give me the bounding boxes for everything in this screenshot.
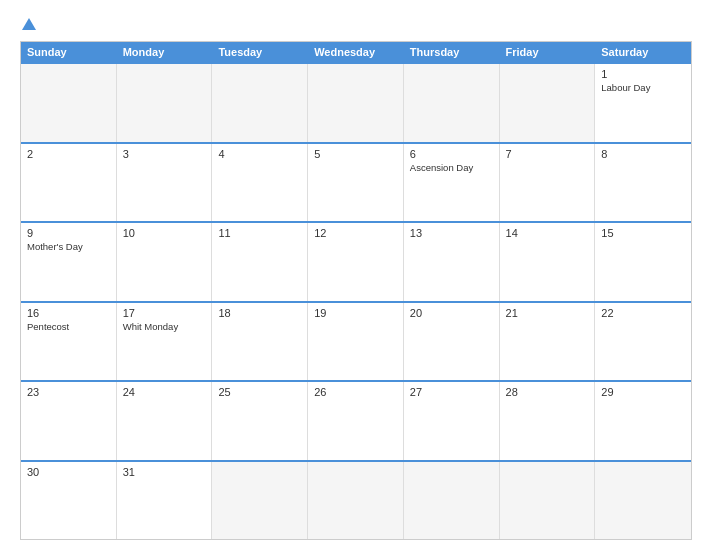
day-number: 11: [218, 227, 301, 239]
cal-cell: 3: [117, 144, 213, 222]
day-number: 7: [506, 148, 589, 160]
day-number: 17: [123, 307, 206, 319]
cal-cell: [21, 64, 117, 142]
cal-cell: 22: [595, 303, 691, 381]
cal-header-saturday: Saturday: [595, 42, 691, 62]
day-number: 3: [123, 148, 206, 160]
day-number: 13: [410, 227, 493, 239]
page: SundayMondayTuesdayWednesdayThursdayFrid…: [0, 0, 712, 550]
cal-header-sunday: Sunday: [21, 42, 117, 62]
cal-cell: 30: [21, 462, 117, 540]
day-number: 25: [218, 386, 301, 398]
day-event: Ascension Day: [410, 162, 493, 174]
day-number: 30: [27, 466, 110, 478]
cal-cell: 7: [500, 144, 596, 222]
day-number: 5: [314, 148, 397, 160]
cal-cell: 21: [500, 303, 596, 381]
cal-week-3: 16Pentecost17Whit Monday1819202122: [21, 301, 691, 381]
cal-header-monday: Monday: [117, 42, 213, 62]
day-number: 16: [27, 307, 110, 319]
cal-cell: [117, 64, 213, 142]
cal-week-4: 23242526272829: [21, 380, 691, 460]
cal-cell: 1Labour Day: [595, 64, 691, 142]
cal-week-2: 9Mother's Day101112131415: [21, 221, 691, 301]
calendar-body: 1Labour Day23456Ascension Day789Mother's…: [21, 62, 691, 539]
cal-cell: 29: [595, 382, 691, 460]
day-number: 29: [601, 386, 685, 398]
cal-week-5: 3031: [21, 460, 691, 540]
cal-cell: 15: [595, 223, 691, 301]
day-number: 9: [27, 227, 110, 239]
day-number: 10: [123, 227, 206, 239]
cal-cell: [404, 462, 500, 540]
cal-cell: [308, 462, 404, 540]
cal-cell: 16Pentecost: [21, 303, 117, 381]
day-number: 12: [314, 227, 397, 239]
day-event: Pentecost: [27, 321, 110, 333]
cal-cell: 14: [500, 223, 596, 301]
cal-cell: [308, 64, 404, 142]
day-number: 4: [218, 148, 301, 160]
calendar: SundayMondayTuesdayWednesdayThursdayFrid…: [20, 41, 692, 540]
cal-cell: [500, 64, 596, 142]
logo-triangle-icon: [22, 18, 36, 30]
day-number: 31: [123, 466, 206, 478]
calendar-header-row: SundayMondayTuesdayWednesdayThursdayFrid…: [21, 42, 691, 62]
day-event: Whit Monday: [123, 321, 206, 333]
cal-header-tuesday: Tuesday: [212, 42, 308, 62]
logo: [20, 18, 36, 31]
day-number: 2: [27, 148, 110, 160]
cal-cell: [212, 64, 308, 142]
day-number: 24: [123, 386, 206, 398]
day-event: Labour Day: [601, 82, 685, 94]
cal-cell: 12: [308, 223, 404, 301]
cal-cell: 28: [500, 382, 596, 460]
cal-cell: 26: [308, 382, 404, 460]
day-number: 22: [601, 307, 685, 319]
cal-cell: 24: [117, 382, 213, 460]
day-number: 20: [410, 307, 493, 319]
day-number: 14: [506, 227, 589, 239]
cal-cell: 18: [212, 303, 308, 381]
day-number: 28: [506, 386, 589, 398]
cal-cell: 27: [404, 382, 500, 460]
cal-cell: 13: [404, 223, 500, 301]
cal-cell: 17Whit Monday: [117, 303, 213, 381]
day-number: 8: [601, 148, 685, 160]
day-number: 26: [314, 386, 397, 398]
cal-cell: 11: [212, 223, 308, 301]
day-number: 21: [506, 307, 589, 319]
day-number: 18: [218, 307, 301, 319]
cal-cell: [595, 462, 691, 540]
cal-cell: 10: [117, 223, 213, 301]
cal-cell: [500, 462, 596, 540]
cal-header-wednesday: Wednesday: [308, 42, 404, 62]
day-number: 1: [601, 68, 685, 80]
cal-cell: 5: [308, 144, 404, 222]
day-number: 23: [27, 386, 110, 398]
day-number: 15: [601, 227, 685, 239]
cal-cell: 23: [21, 382, 117, 460]
cal-cell: 6Ascension Day: [404, 144, 500, 222]
cal-cell: [404, 64, 500, 142]
cal-cell: 25: [212, 382, 308, 460]
cal-cell: 31: [117, 462, 213, 540]
cal-cell: [212, 462, 308, 540]
cal-cell: 8: [595, 144, 691, 222]
cal-cell: 20: [404, 303, 500, 381]
cal-week-1: 23456Ascension Day78: [21, 142, 691, 222]
cal-cell: 2: [21, 144, 117, 222]
header: [20, 18, 692, 31]
cal-cell: 19: [308, 303, 404, 381]
day-number: 6: [410, 148, 493, 160]
day-event: Mother's Day: [27, 241, 110, 253]
cal-week-0: 1Labour Day: [21, 62, 691, 142]
cal-header-thursday: Thursday: [404, 42, 500, 62]
day-number: 19: [314, 307, 397, 319]
cal-cell: 9Mother's Day: [21, 223, 117, 301]
cal-cell: 4: [212, 144, 308, 222]
cal-header-friday: Friday: [500, 42, 596, 62]
day-number: 27: [410, 386, 493, 398]
